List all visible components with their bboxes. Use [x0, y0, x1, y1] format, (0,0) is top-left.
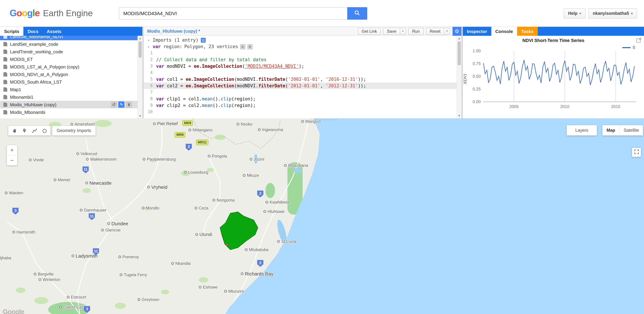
script-label: LandSet_example_code [10, 42, 58, 46]
editor-buttons: Get Link Save ▾ Run Reset ▾ ⚙ [358, 27, 462, 36]
panel-drag-handle[interactable] [309, 119, 338, 121]
code-line[interactable]: 7 [144, 89, 462, 96]
code-line[interactable]: 8var clip1 = col1.mean().clip(region); [144, 96, 462, 102]
file-icon [4, 42, 7, 46]
reset-button[interactable]: Reset [426, 28, 444, 34]
imports-section: ▾ Imports (1 entry) ▸ var region: Polygo… [144, 36, 462, 50]
restore-icon[interactable]: ↺ [111, 102, 117, 108]
line-number: 3 [144, 63, 156, 70]
svg-text:2015: 2015 [611, 104, 620, 109]
svg-text:0.00: 0.00 [472, 100, 481, 104]
reset-dropdown-button[interactable]: ▾ [444, 28, 450, 34]
delete-icon[interactable] [126, 102, 132, 108]
polygon-icon[interactable] [40, 126, 49, 135]
google-watermark: Google [3, 308, 24, 314]
script-item[interactable]: Modis_Hluhluwe (copy)↺✎ [0, 101, 142, 108]
script-item[interactable]: LandSet_example_code [0, 40, 142, 48]
code-line[interactable]: 9var clip2 = col2.mean().clip(region); [144, 102, 462, 109]
svg-text:1.00: 1.00 [472, 48, 481, 53]
run-button[interactable]: Run [408, 28, 424, 34]
user-menu-button[interactable]: nkanyisombatha5 ▾ [588, 8, 637, 18]
code-line[interactable]: 2// Collect data and filter by total dat… [144, 56, 462, 63]
scroll-up-icon[interactable]: ▲ [138, 36, 142, 40]
settings-gear-icon[interactable]: ⚙ [452, 27, 462, 36]
line-number: 6 [144, 82, 156, 89]
script-item[interactable]: MODIS_ET [0, 55, 142, 63]
code-line[interactable]: 1 [144, 50, 462, 56]
save-button[interactable]: Save [383, 28, 400, 34]
editor-scrollbar[interactable]: ▲ ▼ [456, 36, 462, 118]
script-label: LandSat_Mbonambi_NDVI [10, 36, 63, 39]
script-item[interactable]: Map1 [0, 86, 142, 93]
script-label: Map1 [10, 87, 21, 92]
line-number: 1 [144, 50, 156, 56]
tab-console[interactable]: Console [491, 27, 517, 36]
svg-text:2010: 2010 [560, 104, 570, 109]
code-area[interactable]: 12// Collect data and filter by total da… [144, 50, 462, 115]
imports-header-row[interactable]: ▾ Imports (1 entry) [144, 37, 462, 43]
gee-logo[interactable]: Google Earth Engine [10, 8, 93, 18]
header-right: Help ▾ nkanyisombatha5 ▾ [564, 8, 637, 18]
search-input[interactable] [119, 7, 347, 20]
geometry-settings-icon[interactable]: ⚙ [247, 44, 252, 49]
code-line[interactable]: 4 [144, 70, 462, 76]
code-line[interactable]: 10 [144, 109, 462, 115]
map-type-control: Map Satellite [602, 125, 643, 136]
scrollbar-thumb[interactable] [458, 41, 461, 65]
expand-chart-icon[interactable] [636, 38, 642, 43]
imports-entry-row[interactable]: ▸ var region: Polygon, 23 vertices ◎ ⚙ [144, 43, 462, 50]
marker-icon[interactable] [20, 126, 29, 135]
script-item[interactable]: Modis_Mbonambi [0, 108, 142, 116]
console-output: NDVI Short-Term Time Series 0 NDVI 20052… [463, 36, 644, 118]
script-item[interactable]: LandTrendr_working_code [0, 48, 142, 55]
edit-icon[interactable]: ✎ [118, 102, 124, 108]
get-link-button[interactable]: Get Link [358, 28, 380, 34]
scroll-down-icon[interactable]: ▼ [457, 113, 462, 118]
code-line[interactable]: 3var modNDVI = ee.ImageCollection('MODIS… [144, 63, 462, 70]
code-text: var col2 = ee.ImageCollection(modNDVI.fi… [156, 82, 366, 89]
right-tabbar: InspectorConsoleTasks [463, 27, 644, 36]
map-type-map-button[interactable]: Map [602, 125, 619, 136]
chart-title: NDVI Short-Term Time Series [463, 36, 644, 43]
scrollbar-thumb[interactable] [138, 41, 142, 58]
script-item[interactable]: MODIS_South Africa_LST [0, 78, 142, 86]
tab-inspector[interactable]: Inspector [463, 27, 491, 36]
tab-tasks[interactable]: Tasks [517, 27, 538, 36]
script-item[interactable]: Mbonambi1 [0, 93, 142, 101]
script-label: MODIS_South Africa_LST [10, 79, 62, 84]
help-button[interactable]: Help ▾ [564, 8, 586, 18]
map-type-satellite-button[interactable]: Satellite [619, 125, 643, 136]
fullscreen-button[interactable] [632, 148, 641, 157]
layers-button[interactable]: Layers [567, 125, 597, 136]
code-line[interactable]: 6var col2 = ee.ImageCollection(modNDVI.f… [144, 82, 462, 89]
script-item[interactable]: MODIS_LST_at_A_Polygon (copy) [0, 63, 142, 70]
file-icon [4, 57, 7, 62]
map-canvas[interactable]: AmersfoortPiet RetiefNsokoManguziNhlanga… [0, 118, 644, 314]
scroll-up-icon[interactable]: ▲ [457, 36, 462, 40]
import-type: Polygon, 23 vertices [184, 44, 238, 49]
collapse-triangle-icon[interactable]: ▾ [148, 38, 153, 42]
save-dropdown-button[interactable]: ▾ [400, 28, 406, 34]
script-item[interactable]: LandSat_Mbonambi_NDVI [0, 36, 142, 40]
script-item[interactable]: MODIS_NDVI_at_A_Polygon [0, 70, 142, 78]
tab-scripts[interactable]: Scripts [0, 27, 24, 36]
editor-body[interactable]: ▾ Imports (1 entry) ▸ var region: Polygo… [144, 36, 462, 118]
scroll-down-icon[interactable]: ▼ [138, 114, 142, 118]
search-button[interactable] [347, 7, 367, 20]
expand-triangle-icon[interactable]: ▸ [148, 45, 153, 48]
code-line[interactable]: 5var col1 = ee.ImageCollection(modNDVI.f… [144, 76, 462, 82]
search-icon [354, 10, 360, 17]
hand-icon[interactable] [10, 126, 19, 135]
script-label: Modis_Mbonambi [10, 110, 45, 115]
zoom-in-button[interactable]: + [7, 145, 17, 155]
polyline-icon[interactable] [30, 126, 39, 135]
zoom-out-button[interactable]: − [7, 156, 17, 166]
geometry-imports-button[interactable]: Geometry Imports [52, 126, 96, 136]
ndvi-time-series-chart[interactable]: 2005201020150.000.250.500.751.00 [467, 48, 640, 116]
tab-assets[interactable]: Assets [43, 27, 66, 36]
search-bar [119, 7, 367, 20]
tab-docs[interactable]: Docs [24, 27, 43, 36]
left-scrollbar[interactable]: ▲ ▼ [138, 36, 142, 118]
file-icon [4, 110, 7, 114]
zoom-to-geometry-icon[interactable]: ◎ [240, 44, 245, 49]
